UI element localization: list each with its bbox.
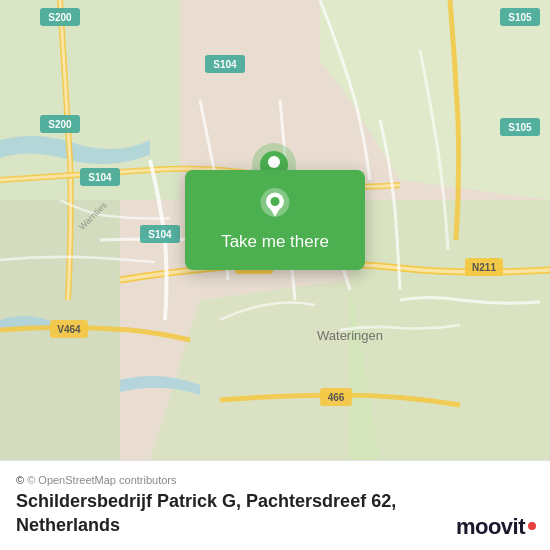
location-name-line2: Netherlands <box>16 515 120 535</box>
take-me-there-button[interactable]: Take me there <box>221 232 329 252</box>
svg-text:S104: S104 <box>88 172 112 183</box>
svg-text:S105: S105 <box>508 122 532 133</box>
moovit-logo: moovit <box>456 514 536 540</box>
moovit-logo-dot <box>528 522 536 530</box>
svg-point-32 <box>268 156 280 168</box>
svg-text:S200: S200 <box>48 119 72 130</box>
take-me-there-popup[interactable]: Take me there <box>185 170 365 270</box>
map-attribution: © © OpenStreetMap contributors <box>16 474 534 486</box>
location-pin-icon <box>257 188 293 224</box>
svg-text:N211: N211 <box>472 262 496 273</box>
moovit-brand-text: moovit <box>456 514 525 540</box>
footer: © © OpenStreetMap contributors Schilders… <box>0 460 550 550</box>
svg-text:Wateringen: Wateringen <box>317 328 383 343</box>
map-container: S200 S200 S104 S104 S104 S105 S105 N211 … <box>0 0 550 460</box>
svg-point-36 <box>271 197 280 206</box>
svg-text:S200: S200 <box>48 12 72 23</box>
copyright-symbol: © <box>16 474 24 486</box>
location-name-line1: Schildersbedrijf Patrick G, Pachtersdree… <box>16 491 396 511</box>
attribution-text: © OpenStreetMap contributors <box>27 474 176 486</box>
svg-text:S105: S105 <box>508 12 532 23</box>
svg-text:S104: S104 <box>213 59 237 70</box>
svg-text:466: 466 <box>328 392 345 403</box>
svg-text:S104: S104 <box>148 229 172 240</box>
svg-text:V464: V464 <box>57 324 81 335</box>
